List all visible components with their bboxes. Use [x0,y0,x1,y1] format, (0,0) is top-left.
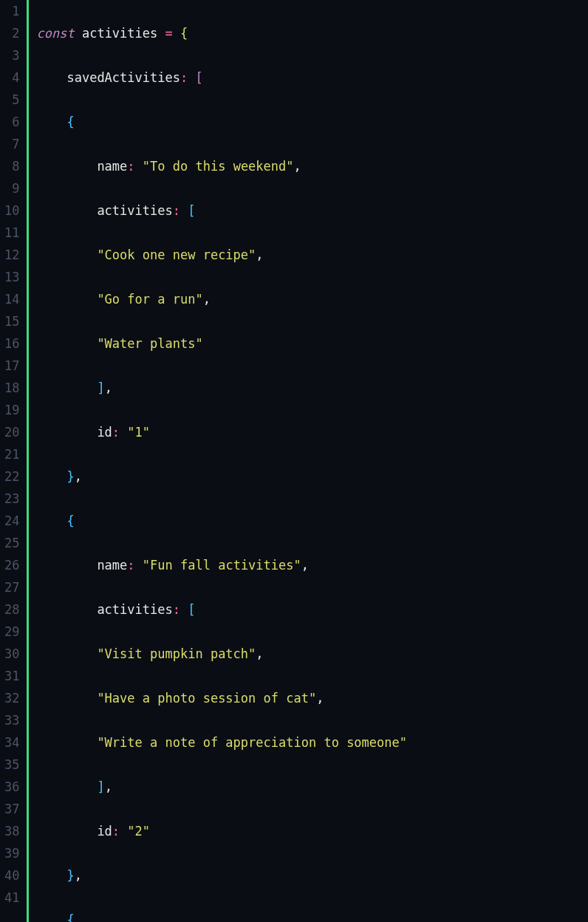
colon: : [173,203,180,218]
code-line[interactable]: "Water plants" [36,332,482,355]
property: activities [97,203,172,218]
line-number: 37 [4,798,19,820]
comma: , [75,469,82,484]
line-number: 21 [4,443,19,465]
code-line[interactable]: { [36,111,482,133]
line-number: 30 [4,643,19,665]
line-number: 17 [4,355,19,377]
code-line[interactable]: const activities = { [36,22,482,44]
comma: , [256,646,263,661]
code-line[interactable]: { [36,510,482,532]
line-number: 40 [4,864,19,887]
line-number: 31 [4,665,19,687]
code-line[interactable]: "Go for a run", [36,288,482,310]
line-number: 3 [4,44,19,66]
code-line[interactable]: id: "1" [36,421,482,443]
property: id [97,425,112,440]
code-line[interactable]: name: "Fun fall activities", [36,554,482,576]
line-number: 19 [4,399,19,421]
line-number: 14 [4,288,19,310]
line-number: 16 [4,332,19,355]
code-line[interactable]: ], [36,776,482,798]
line-number: 34 [4,731,19,754]
code-line[interactable]: "Visit pumpkin patch", [36,643,482,665]
line-number: 29 [4,621,19,643]
line-number: 24 [4,510,19,532]
keyword-const: const [36,26,74,41]
colon: : [127,159,134,174]
line-number: 11 [4,222,19,244]
colon: : [180,70,188,85]
line-number: 32 [4,687,19,709]
string-literal: "Have a photo session of cat" [97,691,316,706]
code-content[interactable]: const activities = { savedActivities: [ … [29,0,482,922]
code-line[interactable]: }, [36,864,482,887]
code-line[interactable]: savedActivities: [ [36,66,482,89]
line-number: 7 [4,133,19,155]
code-line[interactable]: { [36,909,482,922]
property: name [97,159,127,174]
line-number: 8 [4,155,19,177]
line-number: 23 [4,488,19,510]
code-line[interactable]: activities: [ [36,598,482,621]
comma: , [294,159,301,174]
line-number: 26 [4,554,19,576]
code-line[interactable]: "Cook one new recipe", [36,244,482,266]
code-editor[interactable]: 1 2 3 4 5 6 7 8 9 10 11 12 13 14 15 16 1… [0,0,588,922]
line-number: 35 [4,754,19,776]
line-number: 15 [4,310,19,332]
property: id [97,824,112,839]
string-literal: "Cook one new recipe" [97,247,256,262]
comma: , [105,779,112,794]
string-literal: "Go for a run" [97,292,202,307]
line-number: 41 [4,887,19,909]
bracket-close: ] [97,380,104,395]
comma: , [316,691,324,706]
line-number: 39 [4,842,19,864]
code-line[interactable]: "Have a photo session of cat", [36,687,482,709]
code-line[interactable]: id: "2" [36,820,482,842]
bracket-open: [ [188,602,195,617]
string-literal: "To do this weekend" [143,159,294,174]
brace-close: } [66,868,74,883]
line-number: 12 [4,244,19,266]
brace-open: { [66,513,74,528]
line-number: 1 [4,0,19,22]
string-literal: "Fun fall activities" [143,558,301,573]
line-number: 25 [4,532,19,554]
line-number: 18 [4,377,19,399]
line-number: 5 [4,89,19,111]
operator-equals: = [165,26,173,41]
line-number: 38 [4,820,19,842]
colon: : [112,425,120,440]
code-line[interactable]: ], [36,377,482,399]
code-line[interactable]: activities: [ [36,199,482,222]
line-number [4,909,19,922]
line-number: 9 [4,177,19,199]
brace-open: { [180,26,188,41]
property: savedActivities [66,70,180,85]
line-number: 28 [4,598,19,621]
code-line[interactable]: name: "To do this weekend", [36,155,482,177]
brace-open: { [66,912,74,922]
comma: , [203,292,211,307]
code-line[interactable]: }, [36,465,482,488]
line-number: 27 [4,576,19,598]
line-number: 36 [4,776,19,798]
line-number: 22 [4,465,19,488]
line-number: 10 [4,199,19,222]
comma: , [105,380,112,395]
comma: , [75,868,82,883]
code-line[interactable]: "Write a note of appreciation to someone… [36,731,482,754]
line-number: 2 [4,22,19,44]
brace-open: { [66,115,74,129]
comma: , [301,558,309,573]
line-number: 4 [4,66,19,89]
property: name [97,558,127,573]
comma: , [256,247,263,262]
line-number: 6 [4,111,19,133]
string-literal: "Write a note of appreciation to someone… [97,735,407,750]
line-number: 33 [4,709,19,731]
brace-close: } [66,469,74,484]
line-number-gutter: 1 2 3 4 5 6 7 8 9 10 11 12 13 14 15 16 1… [0,0,27,922]
